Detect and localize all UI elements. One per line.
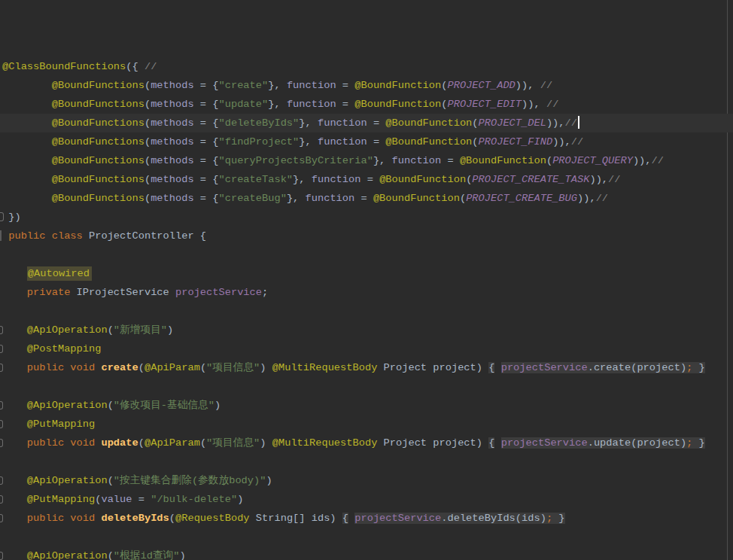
gutter-icon-fragment[interactable] [0,439,3,447]
code-token: methods [151,155,194,166]
code-token: "findProject" [219,136,300,148]
gutter-icon-fragment[interactable] [0,212,4,221]
code-line[interactable]: @ApiOperation("根据id查询") [0,546,733,560]
code-token: public void [27,362,102,373]
code-token: Project project) [377,362,488,373]
code-line[interactable]: @BoundFunctions(methods = {"create"}, fu… [0,76,733,95]
code-token: function [318,117,367,129]
code-token: )), [552,136,571,148]
code-token: @ApiOperation [27,400,108,411]
gutter-icon-fragment[interactable] [0,326,3,334]
code-line[interactable]: private IProjectService projectService; [0,283,733,302]
code-line[interactable]: @PutMapping(value = "/bulk-delete") [0,490,733,509]
code-line[interactable]: public class ProjectController { [0,227,733,245]
gutter-icon-fragment[interactable] [0,230,2,241]
code-line[interactable] [0,245,733,264]
code-token: )), [589,174,608,185]
code-token: ; [546,513,552,524]
code-token [2,230,8,242]
code-token: }, [287,193,306,204]
code-token: ( [108,400,114,411]
code-token: methods [151,174,194,185]
code-line[interactable]: @BoundFunctions(methods = {"createBug"},… [0,189,733,208]
code-token [494,437,500,449]
code-line[interactable]: @BoundFunctions(methods = {"findProject"… [0,132,733,151]
code-token: function [318,136,367,148]
code-token [2,550,27,560]
code-token: @BoundFunctions [52,99,144,110]
code-token [2,287,27,298]
code-token: PROJECT_FIND [479,136,553,148]
code-token: ( [200,362,206,373]
gutter-icon-fragment[interactable] [0,364,3,372]
code-token: public void [27,513,102,524]
code-line[interactable]: @PostMapping [0,339,733,358]
gutter-icon-fragment[interactable] [0,401,3,409]
code-token [2,400,27,411]
code-token: .update(project) [588,437,686,449]
code-line[interactable]: @ApiOperation("修改项目-基础信息") [0,396,733,415]
code-token [2,343,27,355]
code-token: @ApiParam [144,437,200,449]
code-token: @BoundFunction [354,99,441,110]
code-token: )), [516,80,540,91]
code-token: = [354,193,373,204]
code-line[interactable]: public void update(@ApiParam("项目信息") @Mu… [0,434,733,452]
code-token: "deleteByIds" [219,117,300,129]
code-token: ( [200,437,206,449]
code-token: methods [151,193,194,204]
code-token [2,494,27,505]
code-token: ( [144,193,151,204]
code-line[interactable]: public void deleteByIds(@RequestBody Str… [0,509,733,528]
code-line[interactable]: @BoundFunctions(methods = {"update"}, fu… [0,95,733,114]
code-line[interactable]: @ApiOperation("按主键集合删除(参数放body)") [0,471,733,490]
code-token: update [101,437,138,449]
code-line[interactable] [0,452,733,471]
code-token: ) [167,324,173,336]
code-token: value [101,494,132,505]
code-token: function [312,174,361,185]
code-token: PROJECT_CREATE_BUG [466,193,577,204]
code-token: @BoundFunctions [52,80,144,91]
code-line[interactable]: @PutMapping [0,415,733,434]
code-token: "项目信息" [206,362,260,373]
code-token: public void [27,437,102,449]
code-token: "queryProjectsByCriteria" [219,155,373,166]
code-line[interactable]: @BoundFunctions(methods = {"createTask"}… [0,170,733,189]
code-token: = { [194,174,219,185]
gutter-icon-fragment[interactable] [0,495,3,504]
code-token: ProjectController { [83,230,206,242]
code-line[interactable]: @BoundFunctions(methods = {"queryProject… [0,151,733,170]
code-token [2,437,27,449]
code-line[interactable]: @Autowired [0,264,733,283]
code-token: ) [179,550,185,560]
code-token: projectService [175,287,262,298]
code-line[interactable]: @ApiOperation("新增项目") [0,321,733,339]
code-token: ( [472,136,478,148]
code-token: @BoundFunction [385,136,472,148]
code-token: ( [460,193,466,204]
code-line-current[interactable]: @BoundFunctions(methods = {"deleteByIds"… [0,114,733,132]
code-token: = [441,155,460,166]
code-line[interactable] [0,528,733,546]
gutter-icon-fragment[interactable] [0,514,3,522]
code-line[interactable] [0,302,733,321]
code-line[interactable]: @ClassBoundFunctions({ // [0,57,733,76]
code-line[interactable]: public void create(@ApiParam("项目信息") @Mu… [0,358,733,377]
code-line[interactable]: }) [0,208,733,227]
code-token [2,155,52,166]
code-token: @BoundFunction [373,193,460,204]
code-token: @ClassBoundFunctions [2,61,126,72]
gutter-icon-fragment[interactable] [0,552,3,560]
code-line[interactable] [0,377,733,396]
code-token: // [565,117,577,129]
gutter-icon-fragment[interactable] [0,420,3,428]
gutter-icon-fragment[interactable] [0,476,3,485]
code-token: ) [260,362,272,373]
code-token: projectService [501,362,588,373]
code-token: @BoundFunctions [52,174,144,185]
gutter-icon-fragment[interactable] [0,345,3,353]
code-token: ) [237,494,243,505]
code-editor[interactable]: @ClassBoundFunctions({ // @BoundFunction… [0,0,733,560]
code-token: projectService [501,437,588,449]
